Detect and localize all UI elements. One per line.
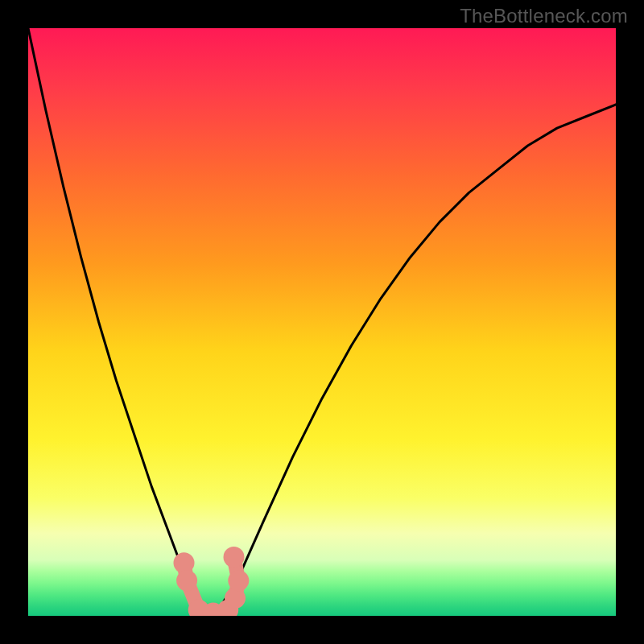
bottleneck-curve <box>28 28 616 616</box>
svg-point-7 <box>228 570 249 591</box>
svg-point-6 <box>225 588 246 609</box>
marker-cluster <box>174 547 250 616</box>
svg-point-1 <box>174 552 195 573</box>
attribution-text: TheBottleneck.com <box>460 5 628 27</box>
svg-point-2 <box>176 570 197 591</box>
chart-frame: TheBottleneck.com <box>0 0 644 644</box>
plot-area <box>28 28 616 616</box>
svg-point-8 <box>224 547 245 568</box>
